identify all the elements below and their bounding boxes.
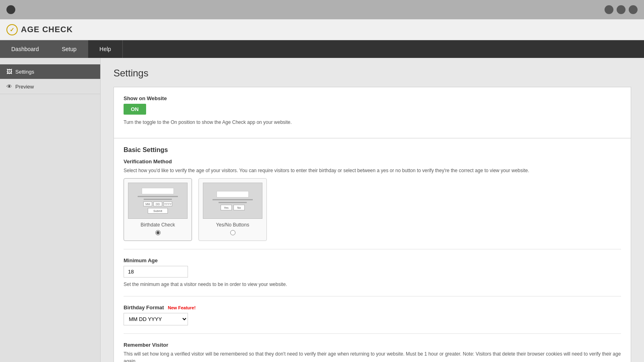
nav-item-help[interactable]: Help [88, 40, 123, 58]
minimum-age-desc: Set the minimum age that a visitor needs… [124, 281, 621, 288]
show-on-website-desc: Turn the toggle to the On position to sh… [124, 119, 621, 126]
preview-submit: Submit [148, 208, 168, 214]
logo-bar: ✓ AGE CHECK [0, 19, 644, 40]
birthday-format-label: Birthday Format [124, 304, 164, 311]
birthdate-check-card[interactable]: MM DD YYYY Submit Birthdate Check [124, 178, 192, 241]
preview-icon: 👁 [6, 83, 12, 90]
settings-icon: 🖼 [6, 68, 12, 75]
verification-method-label: Verification Method [124, 158, 621, 165]
yesno-title-bar [217, 191, 249, 197]
top-bar-circle-1[interactable] [605, 5, 613, 14]
top-bar-left [6, 5, 15, 14]
birthdate-check-label: Birthdate Check [128, 222, 188, 228]
birthday-format-row: Birthday Format New Feature! [124, 304, 621, 311]
yesno-preview: Yes No [203, 183, 262, 219]
birthdate-check-radio[interactable] [155, 230, 161, 235]
show-on-website-section: Show on Website ON Turn the toggle to th… [114, 87, 631, 138]
divider-3 [124, 333, 621, 334]
minimum-age-input[interactable] [124, 266, 188, 278]
yesno-buttons-card[interactable]: Yes No Yes/No Buttons [198, 178, 267, 241]
divider-2 [124, 296, 621, 296]
preview-no: No [233, 205, 245, 210]
verification-method-desc: Select how you'd like to verify the age … [124, 167, 621, 174]
divider-1 [124, 249, 621, 249]
top-bar-circle-left[interactable] [6, 5, 15, 14]
new-feature-badge: New Feature! [168, 305, 196, 310]
preview-yyyy: YYYY [163, 202, 172, 206]
yesno-line-2 [219, 202, 247, 203]
verification-method-cards: MM DD YYYY Submit Birthdate Check [124, 178, 621, 241]
preview-yes-no: Yes No [221, 205, 245, 210]
page-title: Settings [114, 68, 631, 79]
sidebar-item-settings[interactable]: 🖼 Settings [0, 64, 100, 79]
nav-item-dashboard[interactable]: Dashboard [0, 40, 51, 58]
main-layout: 🖼 Settings 👁 Preview Settings Show on We… [0, 58, 644, 362]
yesno-line-1 [213, 199, 253, 200]
preview-mm: MM [143, 202, 152, 206]
sidebar-item-preview[interactable]: 👁 Preview [0, 79, 100, 94]
remember-visitor-desc: This will set how long a verified visito… [124, 350, 621, 362]
top-bar-circle-2[interactable] [617, 5, 625, 14]
sidebar-preview-label: Preview [15, 84, 34, 90]
toggle-container: ON [124, 104, 621, 115]
logo-area: ✓ AGE CHECK [6, 24, 73, 35]
preview-yes: Yes [221, 205, 232, 210]
top-bar-right [605, 5, 638, 14]
preview-dd: DD [153, 202, 162, 206]
preview-line-2 [144, 199, 172, 200]
preview-title-bar [142, 188, 174, 194]
birthday-format-select[interactable]: MM DD YYYY DD MM YYYY YYYY MM DD [124, 313, 188, 325]
minimum-age-label: Minimum Age [124, 257, 621, 263]
preview-inputs: MM DD YYYY [143, 202, 172, 206]
sidebar-settings-label: Settings [15, 69, 34, 75]
toggle-button[interactable]: ON [124, 104, 146, 115]
basic-settings-section: Basic Settings Verification Method Selec… [114, 138, 631, 362]
remember-visitor-label: Remember Visitor [124, 342, 621, 348]
sidebar: 🖼 Settings 👁 Preview [0, 58, 101, 362]
logo-text: AGE CHECK [21, 25, 73, 34]
logo-icon: ✓ [6, 24, 18, 35]
birthdate-check-preview: MM DD YYYY Submit [128, 183, 188, 219]
content-area: Settings Show on Website ON Turn the tog… [101, 58, 644, 362]
show-on-website-title: Show on Website [124, 95, 621, 101]
basic-settings-title: Basic Settings [124, 146, 621, 154]
nav-bar: Dashboard Setup Help [0, 40, 644, 58]
top-bar [0, 0, 644, 19]
nav-item-setup[interactable]: Setup [51, 40, 89, 58]
preview-line-1 [138, 196, 178, 197]
yesno-label: Yes/No Buttons [203, 222, 262, 228]
minimum-age-row [124, 266, 621, 278]
birthday-format-input-row: MM DD YYYY DD MM YYYY YYYY MM DD [124, 313, 621, 325]
top-bar-circle-3[interactable] [629, 5, 638, 14]
yesno-radio[interactable] [230, 230, 235, 235]
